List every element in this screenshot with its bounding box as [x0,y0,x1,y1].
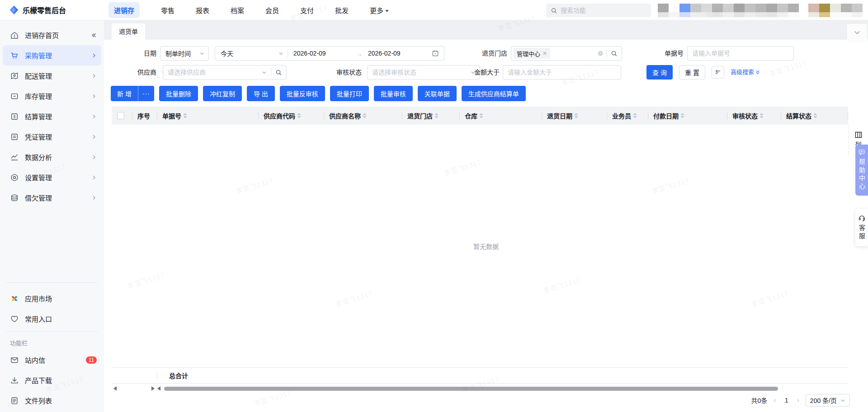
calendar-icon [432,50,439,57]
date-range-picker[interactable]: 今天 2026-02-09 → 2026-02-09 [215,46,444,61]
sort-icon[interactable] [297,113,301,118]
nav-item-pifa[interactable]: 批发 [335,5,349,15]
date-to-value[interactable]: 2026-02-09 [363,50,424,57]
sidebar-item-inventory[interactable]: 库存管理 [0,86,104,106]
reset-button[interactable]: 重 置 [679,65,705,80]
nav-item-dangan[interactable]: 档案 [231,5,244,15]
sidebar-item-file-list[interactable]: 文件列表 [0,390,104,411]
audit-status-field[interactable] [368,69,467,76]
tag-close-icon[interactable]: ✕ [542,50,547,56]
batch-delete-button[interactable]: 批量删除 [159,86,198,101]
sidebar-item-home[interactable]: 进销存首页 [0,25,104,45]
export-button[interactable]: 导 出 [247,86,275,101]
sort-icon[interactable] [363,113,367,118]
global-search-input[interactable] [561,7,646,14]
red-copy-button[interactable]: 冲红复制 [203,86,242,101]
chevron-right-icon [91,175,97,180]
column-header-supplier-name[interactable]: 供应商名称 [324,107,402,125]
column-header-store[interactable]: 退货门店 [402,107,459,125]
nav-item-baobiao[interactable]: 报表 [196,5,209,15]
sort-icon[interactable] [760,113,764,118]
filter-lines-icon[interactable] [712,66,724,79]
clear-icon[interactable] [597,50,604,56]
select-all-checkbox[interactable] [117,112,124,119]
sort-icon[interactable] [183,113,187,118]
sidebar-item-product-download[interactable]: 产品下载 [0,370,104,390]
collapse-sidebar-icon[interactable] [90,32,97,38]
sidebar-item-delivery[interactable]: 配送管理 [0,66,104,86]
column-header-salesman[interactable]: 业务员 [607,107,648,125]
sidebar-item-debt[interactable]: 借欠管理 [0,187,104,208]
help-center-button[interactable]: 帮助中心 [855,145,868,196]
column-header-settle-status[interactable]: 结算状态 [781,107,848,125]
batch-unaudit-button[interactable]: 批量反审核 [280,86,325,101]
tab-return-order[interactable]: 退货单 [112,23,145,40]
column-header-return-date[interactable]: 退货日期 [542,107,607,125]
column-header-supplier-code[interactable]: 供应商代码 [258,107,324,125]
global-search[interactable] [546,4,651,17]
amount-input[interactable] [503,65,621,80]
search-icon[interactable] [611,50,618,57]
nav-item-jinxiaocun[interactable]: 进销存 [108,2,140,18]
column-header-billno[interactable]: 单据号 [157,107,258,125]
sidebar-item-app-market[interactable]: 应用市场 [0,288,104,309]
nav-item-huiyuan[interactable]: 会员 [265,5,279,15]
prev-page-button[interactable]: ‹ [774,397,776,404]
add-more-button[interactable]: ··· [138,86,154,101]
column-header-warehouse[interactable]: 仓库 [459,107,542,125]
nav-item-lingshou[interactable]: 零售 [161,5,175,15]
sidebar-item-favorites[interactable]: 常用入口 [0,309,104,329]
nav-item-more[interactable]: 更多 [370,5,389,15]
sort-icon[interactable] [574,113,578,118]
scroll-left-arrow[interactable] [157,386,160,391]
sort-icon[interactable] [813,113,817,118]
sort-icon[interactable] [434,113,439,118]
column-header-index: 序号 [132,107,157,125]
scrollbar-thumb[interactable] [164,387,778,391]
sidebar-item-analytics[interactable]: 数据分析 [0,147,104,167]
store-tag[interactable]: 管理中心✕ [514,48,550,59]
billno-input[interactable] [687,46,794,61]
billno-input-field[interactable] [688,50,793,57]
column-header-pay-date[interactable]: 付款日期 [648,107,727,125]
chevron-right-icon [91,94,97,99]
customer-service-button[interactable]: 客服 [855,209,868,246]
supplier-input-field[interactable] [163,69,258,76]
scroll-right-arrow[interactable] [151,386,155,391]
search-icon[interactable] [275,69,282,76]
filter-row-2: 供应商 审核状态 金额大于 查 询 重 置 高级搜索 [104,65,868,80]
main-scroll-track[interactable] [157,385,848,392]
action-toolbar: 新 增 ··· 批量删除 冲红复制 导 出 批量反审核 批量打印 批量审核 关联… [111,86,868,101]
sidebar-item-voucher[interactable]: 凭证管理 [0,126,104,147]
tab-list-toggle[interactable] [847,24,867,41]
batch-print-button[interactable]: 批量打印 [330,86,369,101]
sidebar-item-inbox[interactable]: 站内信 11 [0,350,104,370]
batch-audit-button[interactable]: 批量审核 [374,86,413,101]
date-from-value[interactable]: 2026-02-09 [288,50,356,57]
date-preset-select[interactable]: 今天 [215,49,288,58]
column-header-audit-status[interactable]: 审核状态 [727,107,781,125]
supplier-select[interactable] [163,65,287,80]
sort-icon[interactable] [479,113,483,118]
current-page[interactable]: 1 [783,397,791,404]
advanced-search-link[interactable]: 高级搜索 [731,65,760,80]
nav-item-zhifu[interactable]: 支付 [300,5,314,15]
page-size-select[interactable]: 200 条/页 [806,394,850,407]
scroll-left-arrow[interactable] [113,386,117,391]
chevron-down-icon [278,51,283,56]
date-type-select[interactable]: 制单时间 [160,46,209,61]
generate-settlement-button[interactable]: 生成供应商结算单 [462,86,526,101]
add-button[interactable]: 新 增 [111,86,138,101]
sidebar-item-settings[interactable]: 设置管理 [0,167,104,187]
sidebar-item-purchase[interactable]: 采购管理 [3,45,101,66]
sort-icon[interactable] [680,113,684,118]
related-docs-button[interactable]: 关联单据 [418,86,457,101]
store-select[interactable]: 管理中心✕ [511,46,622,61]
amount-input-field[interactable] [503,69,621,76]
app-logo[interactable]: 乐檬零售后台 [9,5,93,15]
sort-icon[interactable] [633,113,637,118]
next-page-button[interactable]: › [797,397,799,404]
filter-row-1: 日期 制单时间 今天 2026-02-09 → 2026-02-09 退货门店 … [104,46,868,61]
sidebar-item-settlement[interactable]: $ 结算管理 [0,106,104,126]
query-button[interactable]: 查 询 [646,65,673,80]
